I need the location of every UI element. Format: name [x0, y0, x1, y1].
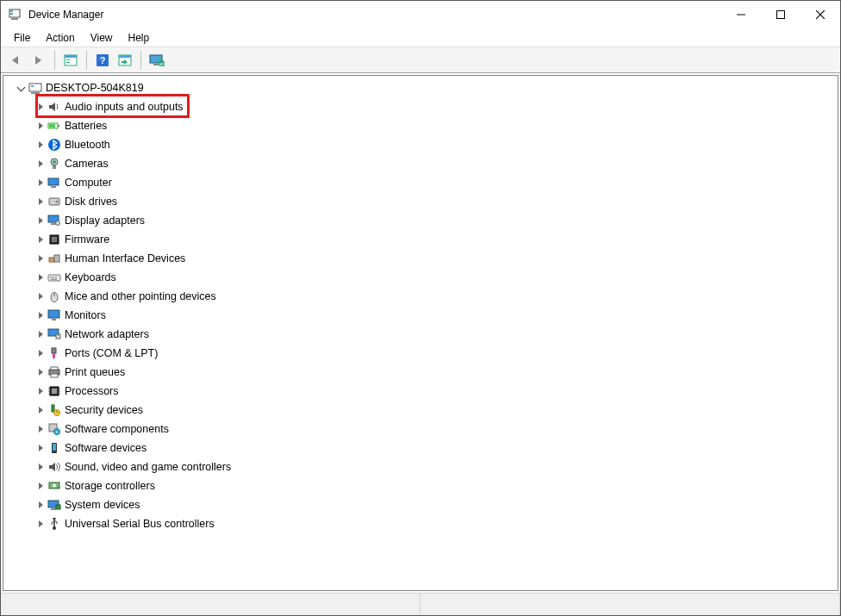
tree-root-label: DESKTOP-504K819 — [46, 82, 144, 94]
menu-help[interactable]: Help — [121, 30, 158, 46]
tree-category-row[interactable]: Audio inputs and outputs — [5, 97, 838, 116]
status-cell-right — [420, 594, 840, 615]
category-label: Keyboards — [65, 271, 116, 283]
tree-category-row[interactable]: Cameras — [5, 154, 838, 173]
device-tree: DESKTOP-504K819 Audio inputs and outputs… — [3, 76, 838, 536]
expand-toggle[interactable] — [34, 177, 46, 189]
software-device-icon — [47, 441, 61, 455]
scan-hardware-button[interactable] — [115, 50, 135, 71]
category-label: Storage controllers — [65, 480, 155, 492]
tree-category-row[interactable]: Monitors — [5, 306, 838, 325]
display-icon — [47, 214, 61, 227]
expand-toggle[interactable] — [34, 121, 46, 132]
svg-rect-39 — [49, 258, 54, 262]
svg-rect-44 — [55, 277, 57, 278]
expand-toggle[interactable] — [34, 500, 46, 511]
svg-rect-40 — [54, 255, 59, 262]
expand-toggle[interactable] — [34, 234, 46, 246]
expand-toggle[interactable] — [34, 215, 46, 227]
tree-category-row[interactable]: Print queues — [5, 363, 838, 382]
svg-rect-65 — [52, 405, 54, 412]
expand-toggle[interactable] — [34, 159, 46, 170]
svg-rect-67 — [56, 411, 58, 413]
software-component-icon: + — [47, 422, 61, 436]
tree-content[interactable]: DESKTOP-504K819 Audio inputs and outputs… — [3, 75, 838, 591]
tree-category-row[interactable]: Processors — [5, 382, 838, 401]
category-label: Software devices — [65, 442, 146, 454]
tree-category-row[interactable]: Computer — [5, 173, 838, 192]
titlebar[interactable]: Device Manager — [1, 1, 840, 28]
svg-rect-9 — [65, 55, 77, 58]
toolbar-separator — [54, 51, 55, 70]
tree-category-row[interactable]: Batteries — [5, 116, 838, 135]
expand-toggle[interactable] — [34, 367, 46, 378]
category-label: Batteries — [65, 120, 107, 132]
tree-category-row[interactable]: System devices — [5, 495, 838, 514]
expand-toggle[interactable] — [34, 310, 46, 321]
tree-category-row[interactable]: Ports (COM & LPT) — [5, 344, 838, 363]
show-hide-tree-button[interactable] — [60, 50, 81, 71]
category-label: Print queues — [65, 366, 125, 378]
statusbar — [1, 593, 840, 615]
expand-toggle[interactable] — [34, 443, 46, 454]
svg-rect-38 — [52, 237, 57, 242]
expand-toggle[interactable] — [34, 291, 46, 302]
close-button[interactable] — [801, 1, 840, 28]
monitor-button[interactable] — [146, 50, 167, 71]
tree-category-row[interactable]: Disk drives — [5, 192, 838, 211]
category-label: System devices — [65, 499, 140, 511]
maximize-button[interactable] — [761, 1, 801, 28]
category-label: Monitors — [65, 309, 106, 321]
expand-toggle[interactable] — [34, 424, 46, 435]
tree-category-row[interactable]: Network adapters — [5, 325, 838, 344]
minimize-button[interactable] — [721, 1, 761, 28]
svg-rect-48 — [48, 310, 59, 318]
firmware-icon — [47, 233, 61, 246]
tree-category-row[interactable]: Human Interface Devices — [5, 249, 838, 268]
tree-category-row[interactable]: Bluetooth — [5, 135, 838, 154]
expand-toggle[interactable] — [34, 386, 46, 397]
tree-category-row[interactable]: Keyboards — [5, 268, 838, 287]
expand-toggle[interactable] — [34, 519, 46, 530]
svg-rect-21 — [31, 92, 40, 94]
expand-toggle[interactable] — [34, 481, 46, 492]
toolbar-separator — [140, 51, 141, 70]
menu-file[interactable]: File — [6, 30, 38, 46]
svg-rect-56 — [51, 374, 58, 377]
svg-rect-42 — [50, 277, 52, 278]
expand-toggle[interactable] — [34, 272, 46, 283]
camera-icon — [47, 157, 61, 171]
help-button[interactable]: ? — [92, 50, 113, 71]
menu-action[interactable]: Action — [38, 30, 82, 46]
tree-category-row[interactable]: Security devices — [5, 401, 838, 420]
svg-rect-29 — [53, 165, 56, 169]
expand-toggle[interactable] — [16, 83, 27, 94]
expand-toggle[interactable] — [34, 253, 46, 264]
tree-category-row[interactable]: Storage controllers — [5, 476, 838, 495]
tree-category-row[interactable]: Universal Serial Bus controllers — [5, 514, 838, 533]
expand-toggle[interactable] — [34, 140, 46, 151]
expand-toggle[interactable] — [34, 196, 46, 208]
category-label: Bluetooth — [65, 139, 110, 151]
back-button[interactable] — [6, 50, 27, 71]
tree-category-row[interactable]: +Software components — [5, 420, 838, 439]
svg-rect-45 — [51, 279, 57, 281]
tree-category-row[interactable]: Software devices — [5, 439, 838, 457]
menu-view[interactable]: View — [83, 30, 121, 46]
category-label: Universal Serial Bus controllers — [65, 518, 215, 530]
tree-category-row[interactable]: Mice and other pointing devices — [5, 287, 838, 306]
expand-toggle[interactable] — [34, 462, 46, 473]
svg-rect-1 — [11, 18, 18, 20]
svg-rect-17 — [153, 64, 159, 65]
expand-toggle[interactable] — [34, 329, 46, 340]
category-label: Mice and other pointing devices — [65, 290, 216, 302]
expand-toggle[interactable] — [34, 405, 46, 416]
expand-toggle[interactable] — [34, 102, 46, 113]
tree-category-row[interactable]: Sound, video and game controllers — [5, 457, 838, 476]
forward-button[interactable] — [28, 50, 49, 71]
tree-category-row[interactable]: Display adapters — [5, 211, 838, 230]
tree-root-row[interactable]: DESKTOP-504K819 — [5, 78, 838, 97]
tree-category-row[interactable]: Firmware — [5, 230, 838, 249]
expand-toggle[interactable] — [34, 348, 46, 359]
cpu-icon — [47, 384, 61, 398]
